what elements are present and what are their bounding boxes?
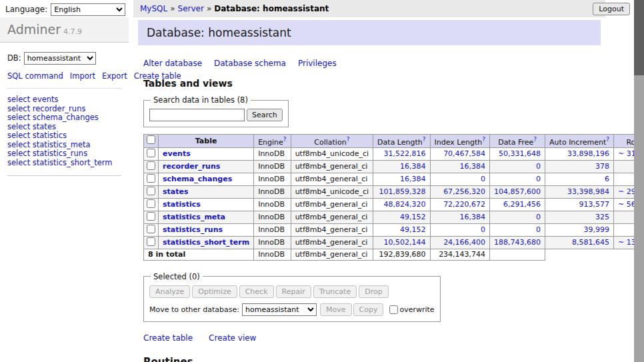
copy-button[interactable]: Copy [353,303,384,316]
index-length-link[interactable]: 72,220,672 [443,200,485,209]
row-checkbox[interactable] [147,187,155,195]
table-row: statistics_meta InnoDB utf8mb4_general_c… [144,211,635,223]
row-checkbox[interactable] [147,237,155,246]
data-length-link[interactable]: 10,502,144 [384,238,426,247]
row-checkbox[interactable] [147,212,155,221]
tables-overview-table: Table Engine? Collation? Data Length? In… [143,134,634,261]
table-header-row: Table Engine? Collation? Data Length? In… [144,135,635,148]
auto-increment-link[interactable]: 913,577 [579,200,610,209]
data-length-link[interactable]: 101,859,328 [379,187,426,196]
index-length-link[interactable]: 16,384 [460,162,486,171]
move-db-select[interactable]: homeassistant [242,303,317,316]
sidebar-item-select-recorder-runs[interactable]: select recorder_runs [7,105,121,114]
data-length-link[interactable]: 49,152 [400,213,426,221]
auto-increment-link[interactable]: 378 [595,162,609,171]
rows-count-link[interactable]: ~ 569,159 [618,200,634,209]
overwrite-checkbox[interactable] [389,305,398,314]
check-button[interactable]: Check [239,285,274,298]
data-free-link[interactable]: 0 [536,213,541,221]
sidebar-item-select-events[interactable]: select events [7,95,121,105]
analyze-button[interactable]: Analyze [149,285,190,298]
auto-increment-link[interactable]: 33,898,196 [567,149,609,158]
table-link[interactable]: statistics_short_term [163,238,249,247]
data-free-link[interactable]: 188,743,680 [494,238,541,247]
data-free-link[interactable]: 0 [536,225,541,234]
rows-count-link[interactable]: ~ 312,180 [618,149,634,158]
breadcrumb-link-server[interactable]: Server [178,4,204,13]
select-all-checkbox[interactable] [147,135,155,144]
language-select[interactable]: English [51,3,125,16]
sidebar-item-select-schema-changes[interactable]: select schema_changes [7,113,121,123]
sidebar-item-select-statistics-runs[interactable]: select statistics_runs [7,149,121,159]
data-length-link[interactable]: 16,384 [400,162,426,171]
row-checkbox[interactable] [147,149,155,157]
table-link[interactable]: events [163,149,191,158]
search-input[interactable] [149,109,245,121]
collation-cell: utf8mb4_general_ci [291,223,373,236]
table-link[interactable]: statistics [163,200,201,209]
row-checkbox[interactable] [147,161,155,170]
table-link[interactable]: statistics_meta [163,213,225,221]
data-free-link[interactable]: 50,331,648 [499,149,541,158]
index-length-link[interactable]: 0 [481,225,485,234]
move-row: Move to other database:homeassistantMove… [149,303,435,316]
sidebar-link-sql-command[interactable]: SQL command [7,71,63,81]
data-length-link[interactable]: 16,384 [400,175,426,183]
help-link[interactable]: ? [482,136,485,143]
index-length-link[interactable]: 70,467,584 [443,149,485,158]
row-checkbox[interactable] [147,174,155,183]
rows-count-link[interactable]: ~ 299,833 [618,187,634,196]
sidebar-link-import[interactable]: Import [70,71,95,81]
db-select[interactable]: homeassistant [24,52,96,65]
data-length-link[interactable]: 48,824,320 [384,200,426,209]
sidebar-item-select-states[interactable]: select states [7,123,121,132]
move-button[interactable]: Move [320,303,352,316]
table-link[interactable]: schema_changes [163,175,232,183]
index-length-link[interactable]: 0 [481,175,485,183]
search-button[interactable]: Search [247,109,283,121]
table-link[interactable]: recorder_runs [163,162,220,171]
auto-increment-link[interactable]: 39,999 [584,225,610,234]
privileges-link[interactable]: Privileges [298,59,337,68]
row-checkbox[interactable] [147,199,155,208]
sidebar-item-select-statistics-meta[interactable]: select statistics_meta [7,141,121,150]
data-free-link[interactable]: 104,857,600 [494,187,541,196]
breadcrumb-link-mysql[interactable]: MySQL [140,4,167,13]
selected-legend: Selected (0) [151,272,203,281]
scrollbar-thumb[interactable] [634,0,644,75]
drop-button[interactable]: Drop [359,285,388,298]
data-length-link[interactable]: 31,522,816 [384,149,426,158]
auto-increment-link[interactable]: 6 [605,175,609,183]
sidebar-item-select-statistics[interactable]: select statistics [7,131,121,141]
data-free-link[interactable]: 6,291,456 [503,200,541,209]
sidebar-item-select-statistics-short-term[interactable]: select statistics_short_term [7,159,121,168]
data-free-link[interactable]: 0 [536,175,541,183]
help-link[interactable]: ? [347,136,350,143]
repair-button[interactable]: Repair [276,285,311,298]
auto-increment-link[interactable]: 325 [595,213,609,221]
help-link[interactable]: ? [423,136,426,143]
database-schema-link[interactable]: Database schema [214,59,286,68]
help-link[interactable]: ? [283,136,287,143]
vertical-scrollbar[interactable] [634,0,644,362]
create-view-link[interactable]: Create view [209,333,256,343]
logout-button[interactable]: Logout [593,3,630,15]
table-link[interactable]: statistics_runs [163,225,223,234]
index-length-link[interactable]: 24,166,400 [443,238,485,247]
index-length-link[interactable]: 67,256,320 [443,187,485,196]
sidebar-link-export[interactable]: Export [102,71,127,81]
optimize-button[interactable]: Optimize [192,285,237,298]
data-length-link[interactable]: 49,152 [400,225,426,234]
alter-database-link[interactable]: Alter database [143,59,202,68]
rows-count-link[interactable]: ~ 136,108 [618,238,634,247]
index-length-link[interactable]: 16,384 [460,213,486,221]
create-table-link[interactable]: Create table [143,333,193,343]
auto-increment-link[interactable]: 33,398,984 [567,187,609,196]
auto-increment-link[interactable]: 8,581,645 [572,238,609,247]
row-checkbox[interactable] [147,225,155,233]
help-link[interactable]: ? [606,136,609,143]
truncate-button[interactable]: Truncate [313,285,357,298]
help-link[interactable]: ? [533,136,537,143]
table-link[interactable]: states [163,187,189,196]
data-free-link[interactable]: 0 [536,162,541,171]
